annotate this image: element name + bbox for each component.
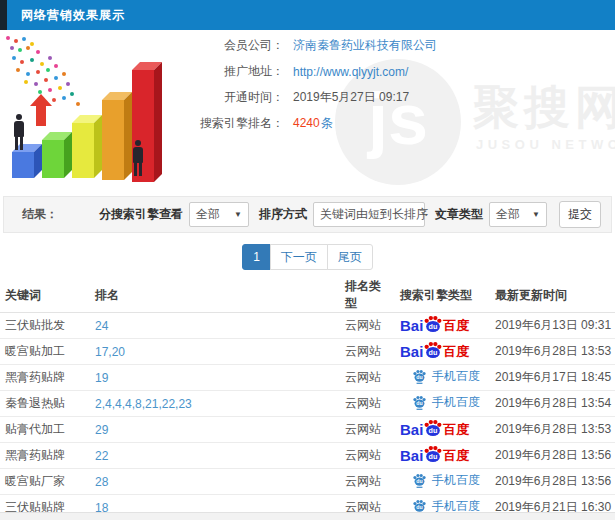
rank-cell: 2,4,4,4,8,21,22,23 [90, 391, 340, 417]
businessman-left [11, 114, 27, 150]
marketing-illustration [2, 32, 184, 190]
engine-filter-label: 分搜索引擎查看 [99, 206, 183, 223]
svg-text:du: du [429, 348, 438, 357]
article-type-label: 文章类型 [435, 206, 483, 223]
updated-cell: 2019年6月13日 09:31 [490, 313, 615, 339]
keyword-cell: 贴膏代加工 [0, 417, 90, 443]
open-time-value: 2019年5月27日 09:17 [293, 89, 409, 106]
filter-bar: 结果： 分搜索引擎查看 全部 ▼ 排序方式 关键词由短到长排序 ▼ 文章类型 全… [3, 196, 612, 233]
rank-type-cell: 云网站 [340, 417, 395, 443]
header-keyword: 关键词 [0, 278, 90, 313]
keyword-cell: 暖宫贴厂家 [0, 469, 90, 495]
mobile-baidu-icon: du 手机百度 [412, 368, 480, 385]
rank-type-cell: 云网站 [340, 443, 395, 469]
businessman-right [130, 140, 146, 176]
mobile-baidu-icon: du 手机百度 [412, 394, 480, 411]
rank-cell: 29 [90, 417, 340, 443]
table-row: 暖宫贴厂家 28 云网站 Bai du 百度 [0, 469, 615, 495]
member-company-link[interactable]: 济南秦鲁药业科技有限公司 [293, 37, 437, 54]
svg-text:du: du [416, 478, 422, 484]
rank-link[interactable]: 2,4,4,4,8,21,22,23 [95, 397, 192, 411]
table-row: 三伏贴批发 24 云网站 Bai du 百度 [0, 313, 615, 339]
rank-link[interactable]: 19 [95, 371, 108, 385]
bar-green [42, 140, 64, 178]
baidu-logo-icon: Bai du 百度 [400, 447, 469, 465]
engine-rank-label: 搜索引擎排名： [186, 115, 284, 132]
baidu-logo-icon: Bai du 百度 [400, 343, 469, 361]
keyword-cell: 三伏贴批发 [0, 313, 90, 339]
rank-link[interactable]: 22 [95, 449, 108, 463]
updated-cell: 2019年6月28日 13:53 [490, 417, 615, 443]
rank-link[interactable]: 28 [95, 475, 108, 489]
table-row: 秦鲁退热贴 2,4,4,4,8,21,22,23 云网站 Bai du 百度 [0, 391, 615, 417]
member-company-label: 会员公司： [186, 37, 284, 54]
pagination: 1 下一页 尾页 [0, 244, 615, 270]
title-bar: 网络营销效果展示 [0, 0, 615, 30]
mobile-baidu-icon: du 手机百度 [412, 472, 480, 489]
confetti-decoration [6, 36, 10, 40]
engine-type-cell: Bai du 百度 [395, 469, 490, 495]
watermark-brand-en: JUSOU NETWORK [476, 137, 615, 152]
promo-url-label: 推广地址： [186, 63, 284, 80]
engine-rank-row: 搜索引擎排名： 4240条 [186, 115, 437, 132]
rank-link[interactable]: 24 [95, 319, 108, 333]
svg-text:du: du [429, 322, 438, 331]
svg-text:du: du [416, 400, 422, 406]
rank-cell: 19 [90, 365, 340, 391]
updated-cell: 2019年6月28日 13:54 [490, 391, 615, 417]
header-engine-type: 搜索引擎类型 [395, 278, 490, 313]
rank-link[interactable]: 17,20 [95, 345, 125, 359]
page-1-button[interactable]: 1 [242, 244, 271, 270]
engine-filter-select[interactable]: 全部 ▼ [189, 202, 249, 227]
member-info-lines: 会员公司： 济南秦鲁药业科技有限公司 推广地址： http://www.qlyy… [186, 37, 437, 141]
article-type-select[interactable]: 全部 ▼ [489, 202, 547, 227]
rank-link[interactable]: 29 [95, 423, 108, 437]
rank-cell: 22 [90, 443, 340, 469]
sort-label: 排序方式 [259, 206, 307, 223]
table-row: 黑膏药贴牌 22 云网站 Bai du 百度 [0, 443, 615, 469]
title-bar-left-edge [0, 0, 7, 30]
rank-cell: 17,20 [90, 339, 340, 365]
engine-type-cell: Bai du 百度 [395, 443, 490, 469]
updated-cell: 2019年6月28日 13:56 [490, 443, 615, 469]
engine-rank-unit: 条 [321, 116, 333, 130]
result-label: 结果： [22, 206, 58, 223]
bar-yellow [72, 123, 94, 178]
page-title: 网络营销效果展示 [21, 0, 125, 30]
header-rank: 排名 [90, 278, 340, 313]
results-table: 关键词 排名 排名类型 搜索引擎类型 最新更新时间 三伏贴批发 24 云网站 B… [0, 278, 615, 520]
keyword-cell: 秦鲁退热贴 [0, 391, 90, 417]
engine-type-cell: Bai du 百度 [395, 365, 490, 391]
keyword-cell: 黑膏药贴牌 [0, 443, 90, 469]
table-row: 贴膏代加工 29 云网站 Bai du 百度 [0, 417, 615, 443]
rank-type-cell: 云网站 [340, 365, 395, 391]
header-updated: 最新更新时间 [490, 278, 615, 313]
chevron-down-icon: ▼ [532, 210, 540, 219]
svg-text:du: du [429, 452, 438, 461]
footer-strip [0, 512, 615, 520]
member-company-row: 会员公司： 济南秦鲁药业科技有限公司 [186, 37, 437, 54]
svg-text:du: du [416, 374, 422, 380]
table-row: 暖宫贴加工 17,20 云网站 Bai du 百度 [0, 339, 615, 365]
baidu-logo-icon: Bai du 百度 [400, 317, 469, 335]
chevron-down-icon: ▼ [234, 210, 242, 219]
promo-url-link[interactable]: http://www.qlyyjt.com/ [293, 65, 408, 79]
updated-cell: 2019年6月28日 13:53 [490, 339, 615, 365]
member-info-section: js 聚搜网 JUSOU NETWORK 会员公司： 济南秦鲁药业科技有限公司 … [0, 30, 615, 193]
sort-select[interactable]: 关键词由短到长排序 ▼ [313, 202, 425, 227]
keyword-cell: 黑膏药贴牌 [0, 365, 90, 391]
engine-type-cell: Bai du 百度 [395, 313, 490, 339]
next-page-button[interactable]: 下一页 [270, 244, 328, 270]
svg-text:du: du [429, 426, 438, 435]
engine-type-cell: Bai du 百度 [395, 417, 490, 443]
engine-type-cell: Bai du 百度 [395, 339, 490, 365]
rank-type-cell: 云网站 [340, 339, 395, 365]
engine-type-cell: Bai du 百度 [395, 391, 490, 417]
bar-blue [12, 152, 34, 178]
svg-text:du: du [416, 504, 422, 510]
submit-button[interactable]: 提交 [559, 201, 601, 228]
updated-cell: 2019年6月17日 18:45 [490, 365, 615, 391]
last-page-button[interactable]: 尾页 [327, 244, 373, 270]
rank-cell: 24 [90, 313, 340, 339]
baidu-logo-icon: Bai du 百度 [400, 421, 469, 439]
